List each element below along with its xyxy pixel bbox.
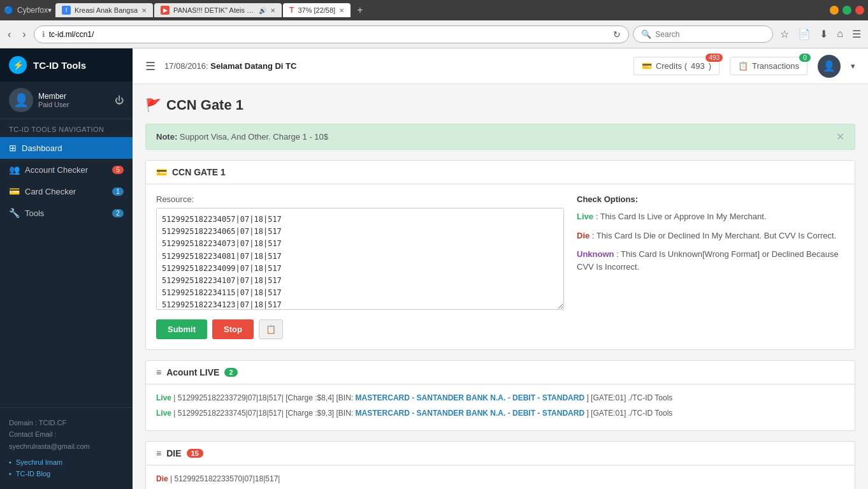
live-gate-1: ] [GATE:01] ./TC-ID Tools [586, 393, 672, 402]
account-checker-icon: 👥 [9, 164, 20, 175]
die-desc: : This Card Is Die or Declined In My Mer… [592, 231, 836, 240]
transactions-label: Transactions [752, 61, 799, 71]
die-results-header: ≡ DIE 15 [146, 442, 855, 465]
topbar: ☰ 17/08/2016: Selamat Datang Di TC 💳 Cre… [133, 48, 868, 84]
ccn-gate-card: 💳 CCN GATE 1 Resource: 5129925182234057|… [145, 160, 855, 350]
menu-icon[interactable]: ☰ [849, 26, 864, 43]
table-row: Live | 5129925182233745|07|18|517| [Char… [156, 407, 844, 419]
ccn-gate-body: Resource: 5129925182234057|07|18|517 512… [146, 184, 855, 349]
submit-button[interactable]: Submit [156, 319, 207, 339]
sidebar-label-account-checker: Account Checker [25, 165, 112, 175]
ccn-gate-title: CCN GATE 1 [172, 167, 226, 177]
download-icon[interactable]: ⬇ [816, 26, 831, 43]
reader-icon[interactable]: 📄 [795, 26, 814, 43]
page-title-text: CCN Gate 1 [166, 97, 243, 113]
forward-button[interactable]: › [18, 26, 29, 43]
tab-icon-kreasi: f [62, 6, 71, 15]
credits-badge: 493 [705, 54, 723, 62]
sidebar-item-tools[interactable]: 🔧 Tools 2 [0, 202, 133, 224]
live-bin-2: MASTERCARD - SANTANDER BANK N.A. - DEBIT… [356, 409, 585, 418]
tab-close-kreasi[interactable]: ✕ [141, 7, 147, 14]
check-options-label: Check Options: [577, 194, 844, 204]
minimize-button[interactable] [830, 6, 839, 15]
live-badge: 2 [224, 368, 237, 377]
topbar-left: ☰ 17/08/2016: Selamat Datang Di TC [145, 59, 296, 73]
page-title: 🚩 CCN Gate 1 [145, 97, 855, 113]
contact-email: syechrulrasta@gmail.com [9, 441, 124, 453]
user-avatar-button[interactable]: 👤 [818, 55, 841, 78]
live-bin-1: MASTERCARD - SANTANDER BANK N.A. - DEBIT… [356, 393, 585, 402]
home-icon[interactable]: ⌂ [834, 26, 846, 43]
tools-badge: 2 [112, 209, 124, 217]
live-bin-prefix-1: [BIN: [336, 393, 354, 402]
unknown-label: Unknown [577, 249, 614, 259]
sidebar-logo: ⚡ [9, 56, 27, 74]
account-checker-badge: 5 [112, 166, 124, 174]
tab-kreasi[interactable]: f Kreasi Anak Bangsa ✕ [55, 3, 153, 17]
alert-close-button[interactable]: ✕ [836, 131, 844, 143]
main-content: ☰ 17/08/2016: Selamat Datang Di TC 💳 Cre… [133, 48, 868, 489]
audio-icon[interactable]: 🔊 [259, 7, 266, 14]
sidebar-item-account-checker[interactable]: 👥 Account Checker 5 [0, 159, 133, 180]
link-blog[interactable]: TC-ID Blog [16, 470, 50, 478]
card-checker-icon: 💳 [9, 186, 20, 196]
url-bar[interactable]: ℹ ↻ [34, 26, 630, 43]
search-bar-container[interactable]: 🔍 [633, 26, 773, 43]
url-input[interactable] [49, 30, 610, 39]
tab-icon-active: T [289, 6, 294, 15]
link-syechrul[interactable]: Syechrul Imam [16, 458, 62, 466]
die-badge: 15 [187, 449, 203, 458]
topbar-date: 17/08/2016: Selamat Datang Di TC [164, 61, 296, 71]
bullet2: • [9, 470, 11, 478]
close-button[interactable] [855, 6, 864, 15]
check-option-unknown: Unknown : This Card Is Unknown[Wrong For… [577, 248, 844, 273]
tab-close-active[interactable]: ✕ [339, 7, 344, 14]
sidebar: ⚡ TC-ID Tools 👤 Member Paid User ⏻ TC-ID… [0, 48, 133, 489]
note-text: Support Visa, And Other. Charge 1 - 10$ [180, 132, 328, 142]
export-button[interactable]: 📋 [259, 319, 283, 339]
search-input[interactable] [655, 30, 765, 39]
new-tab-button[interactable]: + [352, 3, 368, 17]
security-icon: ℹ [42, 30, 45, 39]
user-role: Member [38, 92, 110, 101]
transactions-button[interactable]: 📋 Transactions 0 [730, 57, 807, 75]
flag-icon: 🚩 [145, 98, 161, 113]
browser-chrome: 🔵 Cyberfox▾ f Kreasi Anak Bangsa ✕ ▶ PAN… [0, 0, 868, 20]
reload-icon[interactable]: ↻ [613, 29, 621, 40]
hamburger-icon[interactable]: ☰ [145, 59, 156, 73]
tab-close-panas[interactable]: ✕ [270, 7, 275, 14]
browser-label: Cyberfox▾ [17, 6, 52, 15]
sidebar-header: ⚡ TC-ID Tools [0, 48, 133, 82]
tab-panas[interactable]: ▶ PANAS!!! DETIK" Ateis Biki... 🔊 ✕ [154, 3, 282, 17]
die-card-1: 5129925182233570|07|18|517| [174, 474, 280, 483]
credits-button[interactable]: 💳 Credits (493) 493 [633, 57, 720, 75]
maximize-button[interactable] [843, 6, 851, 15]
resource-section: Resource: 5129925182234057|07|18|517 512… [156, 194, 564, 339]
stop-button[interactable]: Stop [212, 319, 254, 339]
back-button[interactable]: ‹ [4, 26, 15, 43]
bookmark-star-icon[interactable]: ☆ [777, 26, 792, 43]
check-option-live: Live : This Card Is Live or Approve In M… [577, 210, 844, 223]
user-dropdown-icon[interactable]: ▾ [851, 61, 855, 71]
options-section: Check Options: Live : This Card Is Live … [577, 194, 844, 339]
bullet1: • [9, 458, 11, 466]
sidebar-item-dashboard[interactable]: ⊞ Dashboard [0, 137, 133, 159]
sidebar-title: TC-ID Tools [33, 60, 86, 71]
tab-title-kreasi: Kreasi Anak Bangsa [75, 6, 138, 14]
unknown-desc: : This Card Is Unknown[Wrong Format] or … [577, 249, 839, 272]
tab-active[interactable]: T 37% [22/58] ✕ [283, 3, 351, 17]
topbar-right: 💳 Credits (493) 493 📋 Transactions 0 👤 ▾ [633, 55, 855, 78]
domain-info: Domain : TCID.CF [9, 417, 124, 429]
tab-title-active: 37% [22/58] [298, 6, 335, 14]
live-status-1: Live [156, 393, 171, 402]
live-card-2: 5129925182233745|07|18|517| [178, 409, 284, 418]
sidebar-item-card-checker[interactable]: 💳 Card Checker 1 [0, 180, 133, 202]
list-icon-live: ≡ [156, 367, 161, 377]
note-prefix: Note: [156, 132, 177, 142]
browser-toolbar: ‹ › ℹ ↻ 🔍 ☆ 📄 ⬇ ⌂ ☰ [0, 20, 868, 48]
resource-textarea[interactable]: 5129925182234057|07|18|517 5129925182234… [156, 208, 564, 310]
browser-name: 🔵 [4, 6, 13, 15]
live-label: Live [577, 212, 593, 221]
credits-suffix: ) [709, 61, 711, 71]
power-icon[interactable]: ⏻ [115, 95, 124, 105]
